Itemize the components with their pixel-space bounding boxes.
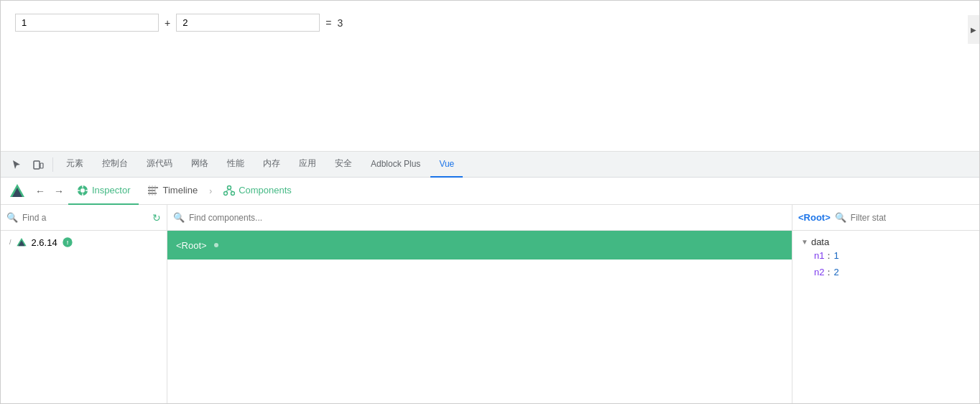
svg-rect-11 (148, 190, 155, 191)
cursor-icon-btn[interactable] (6, 155, 27, 175)
component-name: <Root> (176, 240, 207, 251)
key-n1: n1 (814, 250, 824, 261)
version-text: 2.6.14 (32, 237, 57, 248)
val-n1: 1 (833, 250, 838, 261)
app-content: + = 3 (15, 14, 343, 32)
input-2[interactable] (176, 14, 320, 32)
svg-rect-0 (34, 161, 40, 169)
vue-tabs: ← → Inspector Timeline (1, 178, 979, 205)
tab-elements[interactable]: 元素 (57, 152, 92, 178)
filter-input[interactable] (851, 213, 974, 223)
tab-components[interactable]: Components (215, 178, 300, 205)
equals-sign: = (325, 17, 331, 29)
tab-timeline[interactable]: Timeline (139, 178, 206, 205)
left-search-input[interactable] (22, 213, 148, 223)
data-section: ▼ data n1：1 n2：2 (801, 237, 971, 281)
vue-v-icon (16, 237, 27, 248)
tab-console[interactable]: 控制台 (93, 152, 137, 178)
components-icon (223, 185, 235, 196)
key-n2: n2 (814, 267, 824, 277)
result-value: 3 (337, 17, 343, 29)
devtools-tabs-bar: 元素 控制台 源代码 网络 性能 内存 应用 安全 Adblock Plus V… (1, 152, 979, 178)
svg-point-16 (228, 185, 231, 189)
separator-1 (52, 157, 53, 172)
tab-inspector[interactable]: Inspector (68, 178, 139, 205)
device-icon-btn[interactable] (28, 155, 48, 175)
operator-plus: + (165, 17, 170, 29)
right-panel: <Root> 🔍 ▼ data n1：1 n2：2 (792, 205, 979, 404)
scroll-arrow[interactable]: ▶ (968, 15, 979, 44)
tab-security[interactable]: 安全 (326, 152, 361, 178)
input-1[interactable] (15, 14, 159, 32)
component-dot (214, 243, 218, 247)
tab-network[interactable]: 网络 (182, 152, 217, 178)
timeline-icon (147, 185, 159, 196)
left-search-bar: 🔍 ↻ (1, 205, 167, 231)
svg-text:!: ! (66, 239, 68, 246)
data-item-n1: n1：1 (801, 247, 971, 264)
svg-point-17 (224, 191, 228, 195)
inspector-label: Inspector (92, 185, 130, 196)
data-chevron: ▼ (801, 238, 808, 246)
middle-search-icon: 🔍 (173, 212, 185, 223)
svg-point-5 (80, 188, 85, 193)
data-label-text: data (811, 237, 829, 247)
svg-line-20 (229, 189, 233, 191)
left-search-icon: 🔍 (6, 212, 18, 223)
svg-point-18 (231, 191, 235, 195)
svg-rect-1 (40, 163, 43, 168)
refresh-button[interactable]: ↻ (152, 212, 161, 224)
data-tree: ▼ data n1：1 n2：2 (792, 231, 979, 291)
middle-panel: 🔍 <Root> (167, 205, 792, 404)
tab-application[interactable]: 应用 (290, 152, 325, 178)
tab-performance[interactable]: 性能 (218, 152, 253, 178)
timeline-label: Timeline (162, 185, 198, 196)
chevron-separator: › (206, 186, 215, 196)
middle-search-bar: 🔍 (167, 205, 792, 231)
middle-search-input[interactable] (189, 213, 786, 223)
data-section-label[interactable]: ▼ data (801, 237, 971, 247)
tab-adblock[interactable]: Adblock Plus (362, 152, 429, 178)
root-component-item[interactable]: <Root> (167, 231, 792, 260)
val-n2: 2 (833, 267, 838, 277)
vue-panel: ← → Inspector Timeline (1, 178, 979, 404)
vue-logo (6, 180, 28, 202)
tab-memory[interactable]: 内存 (254, 152, 289, 178)
app-area: + = 3 ▶ (1, 1, 979, 152)
right-search-icon: 🔍 (835, 212, 846, 223)
version-item[interactable]: / 2.6.14 ! (1, 231, 167, 254)
data-item-n2: n2：2 (801, 264, 971, 280)
vue-content: 🔍 ↻ / 2.6.14 ! 🔍 (1, 205, 979, 404)
inspector-icon (77, 185, 88, 196)
components-label: Components (239, 185, 292, 196)
alert-icon: ! (62, 237, 73, 248)
svg-line-19 (226, 189, 229, 191)
left-panel: 🔍 ↻ / 2.6.14 ! (1, 205, 167, 404)
root-tag-label: <Root> (798, 212, 831, 223)
tab-vue[interactable]: Vue (430, 152, 463, 178)
back-button[interactable]: ← (31, 182, 50, 201)
tab-sources[interactable]: 源代码 (138, 152, 181, 178)
right-header: <Root> 🔍 (792, 205, 979, 231)
forward-button[interactable]: → (50, 182, 68, 201)
